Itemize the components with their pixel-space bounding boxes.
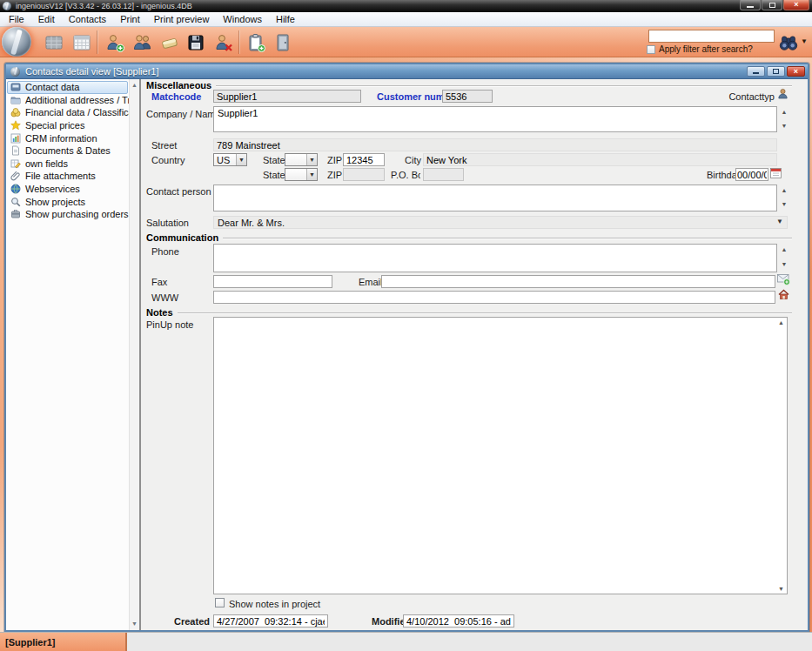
- customer-number-field[interactable]: [442, 90, 493, 103]
- contacttyp-person-icon[interactable]: [777, 88, 789, 99]
- archive-button[interactable]: [272, 31, 294, 54]
- state-select[interactable]: ▼: [285, 153, 318, 166]
- contacts-group-button[interactable]: [131, 31, 154, 54]
- menu-contacts[interactable]: Contacts: [62, 12, 113, 26]
- company-name-field[interactable]: Supplier1: [213, 106, 777, 132]
- menu-print-preview[interactable]: Print preview: [147, 12, 217, 26]
- erase-button[interactable]: [158, 31, 181, 54]
- chevron-down-icon: ▼: [236, 154, 246, 165]
- salutation-select[interactable]: Dear Mr. & Mrs. ▼: [213, 216, 788, 229]
- sidebar-item-contact-data[interactable]: Contact data: [7, 81, 128, 94]
- send-email-icon[interactable]: [777, 273, 790, 285]
- menu-windows[interactable]: Windows: [216, 12, 269, 26]
- minimize-button[interactable]: [740, 0, 761, 10]
- statusbar: [Supplier1]: [0, 632, 812, 651]
- grid-view-button[interactable]: [43, 31, 65, 54]
- country-select[interactable]: US ▼: [213, 153, 247, 166]
- scroll-up-icon[interactable]: ▲: [779, 187, 789, 194]
- menu-help[interactable]: Hilfe: [269, 12, 302, 26]
- calendar-view-button[interactable]: [70, 31, 93, 54]
- eraser-icon: [159, 32, 180, 53]
- sidebar-item-documents-dates[interactable]: Documents & Dates: [7, 144, 128, 158]
- country-value: US: [217, 155, 230, 165]
- coins-icon: [10, 107, 21, 117]
- close-button[interactable]: ×: [783, 0, 809, 10]
- apply-filter-checkbox[interactable]: [647, 45, 655, 54]
- mdi-desktop: Contacts detail view [Supplier1] × Conta…: [0, 57, 812, 651]
- toolbar: Apply filter after search? ▼: [0, 27, 812, 57]
- sidebar-item-webservices[interactable]: Webservices: [7, 183, 128, 196]
- po-box-field[interactable]: [423, 168, 464, 181]
- child-body: Contact data Additional addresses / Trip…: [6, 79, 808, 630]
- menu-file[interactable]: File: [2, 12, 31, 26]
- scroll-down-icon[interactable]: ▼: [779, 201, 789, 208]
- fax-field[interactable]: [213, 275, 332, 288]
- scroll-up-icon[interactable]: ▲: [779, 246, 789, 253]
- sidebar-item-label: Contact data: [25, 82, 79, 92]
- zip-label: ZIP: [327, 155, 342, 165]
- search-options-caret-icon[interactable]: ▼: [801, 37, 808, 45]
- maximize-button[interactable]: [762, 0, 782, 10]
- birthday-field[interactable]: [735, 168, 768, 181]
- sidebar-item-label: Show purchasing orders: [25, 209, 129, 219]
- close-icon: ×: [794, 1, 798, 9]
- new-document-button[interactable]: [245, 31, 267, 54]
- search-input[interactable]: [648, 30, 775, 43]
- delete-contact-button[interactable]: [212, 31, 235, 54]
- website-home-icon[interactable]: [778, 289, 789, 300]
- contact-person-field[interactable]: [213, 185, 777, 211]
- archive-cabinet-icon: [272, 32, 293, 53]
- www-field[interactable]: [213, 291, 775, 304]
- matchcode-field[interactable]: [213, 90, 361, 103]
- scroll-down-icon[interactable]: ▼: [778, 586, 784, 592]
- menubar: File Edit Contacts Print Print preview W…: [0, 12, 812, 27]
- email-label: Email: [359, 277, 383, 287]
- child-minimize-button[interactable]: [747, 66, 765, 77]
- email-field[interactable]: [381, 275, 775, 288]
- add-contact-button[interactable]: [104, 31, 126, 54]
- save-button[interactable]: [185, 31, 207, 54]
- scroll-down-icon[interactable]: ▼: [130, 619, 139, 629]
- modified-field[interactable]: [403, 614, 514, 628]
- window-tab-supplier1[interactable]: [Supplier1]: [0, 633, 127, 651]
- chevron-down-icon: ▼: [306, 169, 317, 180]
- apply-filter-label[interactable]: Apply filter after search?: [659, 44, 753, 54]
- show-notes-label[interactable]: Show notes in project: [229, 599, 320, 609]
- child-maximize-button[interactable]: [767, 66, 785, 77]
- pinup-note-field[interactable]: ▲ ▼: [213, 317, 788, 594]
- menu-print[interactable]: Print: [113, 12, 147, 26]
- zip2-label: ZIP: [327, 170, 342, 180]
- menu-edit[interactable]: Edit: [31, 12, 62, 26]
- sidebar-item-show-purchasing-orders[interactable]: Show purchasing orders: [7, 208, 128, 221]
- scroll-down-icon[interactable]: ▼: [779, 261, 789, 268]
- scroll-up-icon[interactable]: ▲: [779, 109, 789, 116]
- sidebar-item-crm-information[interactable]: CRM information: [7, 131, 128, 144]
- birthday-calendar-icon[interactable]: [770, 167, 782, 178]
- scroll-down-icon[interactable]: ▼: [779, 123, 789, 130]
- matchcode-label: Matchcode: [151, 91, 201, 102]
- state2-select[interactable]: ▼: [285, 168, 318, 181]
- zip-field[interactable]: [343, 153, 385, 166]
- city-field[interactable]: [423, 153, 777, 166]
- show-notes-checkbox[interactable]: [215, 598, 225, 607]
- table-pencil-icon: [10, 158, 21, 169]
- child-titlebar: Contacts detail view [Supplier1] ×: [6, 64, 808, 79]
- child-close-button[interactable]: ×: [787, 66, 805, 77]
- scroll-up-icon[interactable]: ▲: [130, 80, 139, 91]
- chevron-down-icon: ▼: [306, 154, 317, 165]
- sidebar-item-own-fields[interactable]: own fields: [7, 158, 128, 171]
- search-button[interactable]: [779, 34, 798, 51]
- zip2-field[interactable]: [343, 168, 385, 181]
- sidebar-item-additional-addresses[interactable]: Additional addresses / Trips: [7, 94, 128, 107]
- scroll-up-icon[interactable]: ▲: [778, 319, 784, 326]
- sidebar-item-financial-data[interactable]: Financial data / Classification: [7, 106, 128, 119]
- sidebar: Contact data Additional addresses / Trip…: [6, 79, 129, 630]
- magnifier-icon: [10, 197, 21, 207]
- phone-field[interactable]: [213, 244, 777, 272]
- created-field[interactable]: [213, 614, 328, 628]
- street-field[interactable]: [213, 138, 777, 151]
- sidebar-scrollbar[interactable]: ▲ ▼: [129, 79, 139, 630]
- sidebar-item-show-projects[interactable]: Show projects: [7, 195, 128, 208]
- sidebar-item-file-attachments[interactable]: File attachments: [7, 170, 128, 183]
- sidebar-item-special-prices[interactable]: Special prices: [7, 119, 128, 132]
